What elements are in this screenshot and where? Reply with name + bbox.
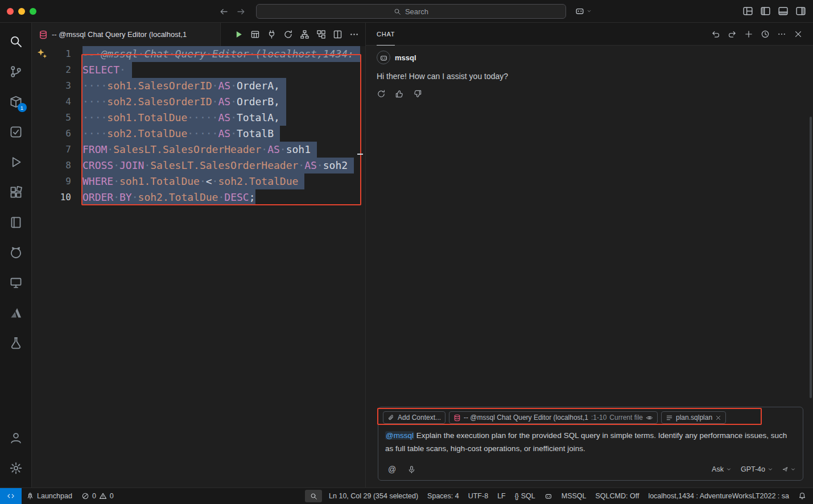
mode-dropdown[interactable]: Ask — [712, 465, 732, 473]
mssql-status[interactable]: MSSQL — [557, 488, 591, 504]
new-chat-button[interactable] — [742, 27, 756, 41]
results-grid-button[interactable] — [247, 27, 263, 42]
mode-label: Ask — [712, 465, 724, 473]
activity-github[interactable] — [0, 237, 32, 267]
code-line-text[interactable]: ····soh1.SalesOrderID·AS·OrderA, — [82, 78, 286, 94]
activity-task-checklist[interactable] — [0, 117, 32, 147]
sqlcmd-status[interactable]: SQLCMD: Off — [591, 488, 644, 504]
copilot-status[interactable] — [540, 488, 557, 504]
mention-button[interactable]: @ — [385, 462, 399, 476]
toggle-secondary-sidebar-button[interactable] — [795, 6, 806, 16]
code-line-text[interactable]: CROSS·JOIN·SalesLT.SalesOrderHeader·AS·s… — [82, 158, 354, 173]
message-actions — [374, 86, 804, 101]
zoom-window-button[interactable] — [30, 8, 36, 15]
undo-edits-button[interactable] — [709, 27, 723, 41]
settings-menu[interactable] — [0, 453, 32, 483]
disconnect-button[interactable] — [264, 27, 279, 42]
chat-input-text[interactable]: @mssql Explain the execution plan for th… — [378, 424, 803, 455]
activity-notebooks[interactable] — [0, 207, 32, 237]
activity-search[interactable] — [0, 26, 32, 56]
eol-status[interactable]: LF — [493, 488, 510, 504]
close-window-button[interactable] — [7, 8, 14, 15]
editor-tab[interactable]: -- @mssql Chat Query Editor (localhost,1 — [32, 23, 221, 46]
context-plan-pill[interactable]: plan.sqlplan — [661, 411, 726, 424]
change-connection-button[interactable] — [280, 27, 296, 42]
chat-history-button[interactable] — [758, 27, 772, 41]
launchpad-label: Launchpad — [37, 492, 72, 500]
minimize-window-button[interactable] — [18, 8, 25, 15]
indentation-status[interactable]: Spaces: 4 — [423, 488, 464, 504]
editor-pane: -- @mssql Chat Query Editor (localhost,1 — [32, 23, 365, 488]
remove-context-icon[interactable] — [715, 415, 721, 421]
navigate-back-button[interactable] — [217, 5, 230, 18]
code-line-text[interactable]: --·@mssql·Chat·Query·Editor·(localhost,1… — [82, 46, 360, 62]
zoom-indicator[interactable] — [305, 490, 322, 502]
line-number: 9 — [32, 173, 82, 189]
activity-remote-explorer[interactable] — [0, 267, 32, 298]
redo-edits-button[interactable] — [725, 27, 739, 41]
account-menu[interactable] — [0, 423, 32, 453]
more-actions-button[interactable] — [346, 27, 362, 42]
error-icon — [81, 492, 89, 500]
context-file-pill[interactable]: -- @mssql Chat Query Editor (localhost,1… — [449, 411, 658, 424]
github-icon — [9, 246, 23, 259]
code-line-text[interactable]: SELECT· — [82, 62, 132, 78]
connection-status[interactable]: localhost,1434 : AdventureWorksLT2022 : … — [643, 488, 794, 504]
send-button[interactable] — [782, 466, 796, 472]
code-line-text[interactable]: ····soh1.TotalDue·····AS·TotalA, — [82, 110, 286, 126]
code-line-text[interactable]: FROM·SalesLT.SalesOrderHeader·AS·soh1 — [82, 142, 317, 158]
voice-input-button[interactable] — [405, 462, 418, 476]
undo-icon — [711, 30, 720, 39]
code-line-text[interactable]: WHERE·soh1.TotalDue·<·soh2.TotalDue — [82, 173, 304, 189]
activity-run-debug[interactable] — [0, 147, 32, 177]
cursor-position-status[interactable]: Ln 10, Col 29 (354 selected) — [324, 488, 423, 504]
code-editor[interactable]: 1--·@mssql·Chat·Query·Editor·(localhost,… — [32, 46, 365, 205]
split-editor-button[interactable] — [330, 27, 345, 42]
activity-flask[interactable] — [0, 328, 32, 358]
activity-source-control[interactable] — [0, 56, 32, 86]
code-line-text[interactable]: ····soh2.TotalDue·····AS·TotalB — [82, 126, 280, 142]
toggle-panel-button[interactable] — [778, 6, 789, 16]
add-context-button[interactable]: Add Context... — [383, 411, 445, 424]
estimated-plan-button[interactable] — [297, 27, 312, 42]
chat-panel-title[interactable]: CHAT — [377, 23, 395, 46]
flask-icon — [9, 336, 23, 350]
mssql-mention[interactable]: @mssql — [385, 431, 414, 440]
chat-input-box[interactable]: Add Context... -- @mssql Chat Query Edit… — [378, 407, 803, 481]
close-panel-button[interactable] — [791, 27, 805, 41]
editor-content[interactable]: 1--·@mssql·Chat·Query·Editor·(localhost,… — [32, 46, 365, 488]
regenerate-button[interactable] — [374, 86, 389, 101]
customize-layout-button[interactable] — [742, 6, 753, 16]
eol-label: LF — [497, 492, 506, 500]
command-center-search[interactable]: Search — [256, 4, 566, 19]
thumbs-up-button[interactable] — [392, 86, 407, 101]
copilot-sparkle-icon[interactable] — [36, 48, 48, 60]
eye-icon[interactable] — [646, 414, 653, 422]
chat-more-button[interactable] — [775, 27, 789, 41]
thumbs-down-button[interactable] — [410, 86, 425, 101]
notifications-button[interactable] — [794, 488, 813, 504]
model-dropdown[interactable]: GPT-4o — [741, 465, 773, 473]
chat-scrollbar[interactable] — [810, 117, 812, 398]
hierarchy-icon — [300, 30, 309, 39]
run-query-button[interactable] — [231, 27, 246, 42]
navigate-forward-button[interactable] — [234, 5, 247, 18]
launchpad-status[interactable]: Launchpad — [22, 488, 77, 504]
toggle-primary-sidebar-button[interactable] — [760, 6, 771, 16]
encoding-status[interactable]: UTF-8 — [464, 488, 493, 504]
copilot-menu-button[interactable] — [575, 6, 592, 16]
robot-icon — [379, 53, 388, 62]
remote-indicator[interactable] — [0, 488, 22, 504]
problems-status[interactable]: 0 0 — [77, 488, 118, 504]
search-icon — [9, 35, 23, 48]
search-icon — [394, 8, 401, 15]
code-line-text[interactable]: ····soh2.SalesOrderID·AS·OrderB, — [82, 94, 286, 110]
microphone-icon — [407, 465, 416, 474]
activity-azure[interactable] — [0, 298, 32, 328]
code-line-text[interactable]: ORDER·BY·soh2.TotalDue·DESC; — [82, 189, 255, 205]
activity-sql-projects[interactable]: 1 — [0, 86, 32, 117]
language-status[interactable]: {} SQL — [510, 488, 540, 504]
extensions-icon — [9, 185, 23, 199]
activity-extensions[interactable] — [0, 177, 32, 207]
actual-plan-button[interactable] — [313, 27, 329, 42]
